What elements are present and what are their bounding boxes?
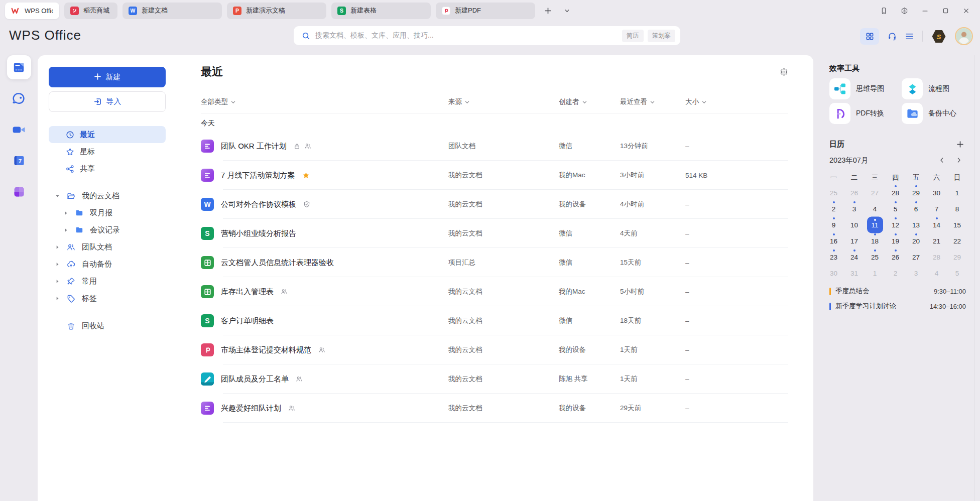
sidebar-item[interactable]: 共享 xyxy=(49,160,166,177)
calendar-day[interactable]: 1 xyxy=(947,185,967,201)
import-button[interactable]: 导入 xyxy=(49,91,166,112)
caret-right-icon[interactable] xyxy=(55,245,60,249)
calendar-day[interactable]: 1 xyxy=(865,265,885,281)
file-row[interactable]: S 客户订单明细表 我的云文档 微信 18天前 – xyxy=(201,306,788,335)
sidebar-item[interactable]: 星标 xyxy=(49,143,166,160)
calendar-day[interactable]: 2 xyxy=(823,201,844,217)
calendar-day[interactable]: 3 xyxy=(844,201,865,217)
filter-dropdown[interactable]: 大小 xyxy=(685,97,707,106)
sidebar-tree-item[interactable]: 标签 xyxy=(49,290,166,307)
tool-shortcut[interactable]: PDF转换 xyxy=(829,103,902,124)
sidebar-tree-item[interactable]: 会议记录 xyxy=(49,221,166,238)
calendar-day[interactable]: 16 xyxy=(823,233,844,249)
calendar-day[interactable]: 8 xyxy=(947,201,967,217)
new-document-button[interactable]: 新建 xyxy=(49,67,166,87)
calendar-day[interactable]: 9 xyxy=(823,217,844,233)
calendar-day[interactable]: 30 xyxy=(926,185,947,201)
calendar-day[interactable]: 18 xyxy=(865,233,885,249)
tab-wps-office[interactable]: WPS Office xyxy=(5,3,59,19)
workspace-button[interactable] xyxy=(899,5,909,16)
calendar-day[interactable]: 22 xyxy=(947,233,967,249)
sidebar-item-trash[interactable]: 回收站 xyxy=(49,317,104,334)
apps-grid-button[interactable] xyxy=(860,28,879,45)
tab-new-doc[interactable]: W新建文档 xyxy=(122,3,222,19)
sidebar-tree-item[interactable]: 双月报 xyxy=(49,204,166,221)
calendar-day[interactable]: 26 xyxy=(844,185,865,201)
file-row[interactable]: 兴趣爱好组队计划 我的云文档 我的设备 29天前 – xyxy=(201,394,788,423)
filter-dropdown[interactable]: 来源 xyxy=(448,97,470,106)
rail-apps[interactable] xyxy=(7,180,31,204)
calendar-day[interactable]: 20 xyxy=(906,233,926,249)
calendar-day[interactable]: 5 xyxy=(885,201,906,217)
sidebar-tree-item[interactable]: 常用 xyxy=(49,273,166,290)
calendar-day[interactable]: 25 xyxy=(823,185,844,201)
filter-dropdown[interactable]: 创建者 xyxy=(559,97,587,106)
sidebar-item[interactable]: 最近 xyxy=(49,126,166,143)
calendar-day[interactable]: 27 xyxy=(906,249,926,265)
calendar-day[interactable]: 5 xyxy=(947,265,967,281)
calendar-day[interactable]: 26 xyxy=(885,249,906,265)
calendar-next-button[interactable] xyxy=(954,155,964,165)
file-row[interactable]: 云文档管人员信息统计表理器验收 项目汇总 微信 15天前 – xyxy=(201,248,788,277)
file-row[interactable]: 团队成员及分工名单 我的云文档 陈旭 共享 1天前 – xyxy=(201,364,788,394)
rail-docs[interactable] xyxy=(7,55,31,79)
caret-right-icon[interactable] xyxy=(64,228,68,232)
support-button[interactable] xyxy=(888,32,897,41)
calendar-day[interactable]: 12 xyxy=(885,217,906,233)
calendar-day[interactable]: 17 xyxy=(844,233,865,249)
caret-down-icon[interactable] xyxy=(55,194,60,198)
file-row[interactable]: S 营销小组业绩分析报告 我的云文档 微信 4天前 – xyxy=(201,219,788,248)
calendar-day[interactable]: 10 xyxy=(844,217,865,233)
caret-right-icon[interactable] xyxy=(55,296,60,301)
calendar-day[interactable]: 11 xyxy=(865,217,885,233)
search-suggestion-tag[interactable]: 简历 xyxy=(622,30,644,42)
avatar[interactable] xyxy=(955,27,973,45)
rail-calendar[interactable]: 7 xyxy=(7,149,31,173)
rail-meeting[interactable] xyxy=(7,117,31,142)
mobile-button[interactable] xyxy=(879,5,889,16)
calendar-day[interactable]: 21 xyxy=(926,233,947,249)
calendar-day[interactable]: 3 xyxy=(906,265,926,281)
calendar-day[interactable]: 7 xyxy=(926,201,947,217)
calendar-day[interactable]: 29 xyxy=(947,249,967,265)
calendar-day[interactable]: 6 xyxy=(906,201,926,217)
calendar-day[interactable]: 4 xyxy=(865,201,885,217)
calendar-event[interactable]: 新季度学习计划讨论 14:30–16:00 xyxy=(829,299,966,314)
tool-shortcut[interactable]: 思维导图 xyxy=(829,78,902,99)
filter-dropdown[interactable]: 最近查看 xyxy=(620,97,655,106)
rail-chat[interactable] xyxy=(7,86,31,110)
calendar-day[interactable]: 30 xyxy=(823,265,844,281)
calendar-day[interactable]: 27 xyxy=(865,185,885,201)
member-badge-icon[interactable]: S xyxy=(931,30,946,43)
maximize-button[interactable] xyxy=(940,5,950,16)
settings-icon[interactable] xyxy=(780,68,788,76)
filter-dropdown[interactable]: 全部类型 xyxy=(201,97,236,106)
calendar-day[interactable]: 24 xyxy=(844,249,865,265)
tool-shortcut[interactable]: 备份中心 xyxy=(902,103,964,124)
file-row[interactable]: 7 月线下活动策划方案 我的云文档 我的Mac 3小时前 514 KB xyxy=(201,161,788,190)
tool-shortcut[interactable]: 流程图 xyxy=(902,78,964,99)
calendar-day[interactable]: 14 xyxy=(926,217,947,233)
calendar-day[interactable]: 13 xyxy=(906,217,926,233)
tab-list-dropdown[interactable] xyxy=(561,5,572,16)
menu-button[interactable] xyxy=(905,33,914,40)
caret-right-icon[interactable] xyxy=(55,279,60,284)
add-event-button[interactable] xyxy=(956,141,964,148)
calendar-prev-button[interactable] xyxy=(937,155,947,165)
calendar-day[interactable]: 23 xyxy=(823,249,844,265)
sidebar-tree-item[interactable]: 自动备份 xyxy=(49,256,166,273)
calendar-day[interactable]: 29 xyxy=(906,185,926,201)
tab-new-sheet[interactable]: S新建表格 xyxy=(331,3,431,19)
calendar-day[interactable]: 19 xyxy=(885,233,906,249)
calendar-event[interactable]: 季度总结会 9:30–11:00 xyxy=(829,284,966,299)
calendar-day[interactable]: 15 xyxy=(947,217,967,233)
calendar-day[interactable]: 28 xyxy=(926,249,947,265)
tab-docer-store[interactable]: 稻壳商城 xyxy=(64,3,117,19)
file-row[interactable]: 市场主体登记提交材料规范 我的云文档 我的设备 1天前 – xyxy=(201,335,788,364)
calendar-day[interactable]: 2 xyxy=(885,265,906,281)
file-row[interactable]: 库存出入管理表 我的云文档 我的Mac 5小时前 – xyxy=(201,277,788,306)
caret-right-icon[interactable] xyxy=(64,211,68,215)
minimize-button[interactable] xyxy=(920,5,930,16)
tab-new-slides[interactable]: P新建演示文稿 xyxy=(227,3,326,19)
sidebar-tree-item[interactable]: 我的云文档 xyxy=(49,187,166,204)
